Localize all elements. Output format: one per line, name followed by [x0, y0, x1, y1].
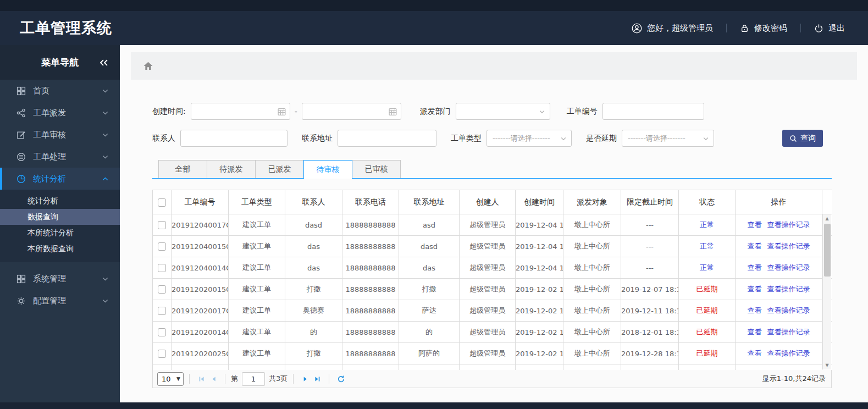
pager-divider: [329, 374, 329, 384]
table-row: 201912020014C建议工单的18888888888的超级管理员2019-…: [153, 322, 832, 343]
calendar-icon[interactable]: [388, 107, 397, 116]
search-button[interactable]: 查询: [782, 130, 823, 147]
view-link[interactable]: 查看: [748, 349, 762, 357]
sidebar-item-config[interactable]: 配置管理: [0, 290, 120, 312]
page-footer: [0, 402, 868, 409]
column-header-7: 派发对象: [563, 190, 621, 214]
first-page-button[interactable]: [195, 373, 207, 385]
view-log-link[interactable]: 查看操作记录: [767, 242, 810, 250]
select-all-checkbox[interactable]: [158, 198, 166, 207]
orders-table-wrap: 工单编号工单类型联系人联系电话联系地址创建人创建时间派发对象限定截止时间状态操作…: [152, 190, 832, 388]
top-header: 工单管理系统 您好，超级管理员 修改密码: [0, 0, 868, 45]
page-size-select[interactable]: 10 ▼: [157, 372, 184, 386]
cell-phone: 18888888888: [342, 343, 399, 364]
create-time-end-input[interactable]: [302, 103, 401, 120]
cell-contact: 打撒: [285, 279, 342, 300]
sidebar-item-review[interactable]: 工单审核: [0, 124, 120, 146]
cell-creator: 超级管理员: [460, 236, 516, 257]
scroll-up-icon[interactable]: ▲: [823, 214, 832, 223]
sidebar-item-stats[interactable]: 统计分析: [0, 168, 120, 190]
sidebar-item-system[interactable]: 系统管理: [0, 268, 120, 290]
logout-button[interactable]: 退出: [814, 23, 845, 34]
view-log-link[interactable]: 查看操作记录: [767, 263, 810, 272]
view-link[interactable]: 查看: [748, 328, 762, 336]
header-actions: 您好，超级管理员 修改密码 退出: [632, 23, 845, 34]
sidebar-item-process[interactable]: 工单处理: [0, 146, 120, 168]
tab-0[interactable]: 全部: [158, 160, 207, 178]
home-icon[interactable]: [143, 61, 153, 71]
next-page-button[interactable]: [299, 373, 311, 385]
user-greeting-label: 您好，超级管理员: [647, 23, 713, 34]
sidebar-subitem-office-stats[interactable]: 本所统计分析: [0, 225, 120, 241]
view-log-link[interactable]: 查看操作记录: [767, 349, 810, 357]
sidebar-item-home[interactable]: 首页: [0, 80, 120, 102]
contact-input[interactable]: [180, 130, 288, 147]
cell-contact: [285, 364, 342, 371]
row-checkbox[interactable]: [158, 285, 166, 294]
scrollbar-track[interactable]: [823, 223, 831, 361]
change-password-button[interactable]: 修改密码: [740, 23, 787, 34]
row-checkbox[interactable]: [158, 242, 166, 251]
view-link[interactable]: 查看: [748, 285, 762, 293]
view-link[interactable]: 查看: [748, 263, 762, 272]
row-checkbox[interactable]: [158, 221, 166, 229]
cell-order-type: 建议工单: [229, 279, 285, 300]
user-greeting[interactable]: 您好，超级管理员: [632, 23, 713, 34]
current-page-input[interactable]: [242, 372, 265, 386]
prev-page-button[interactable]: [207, 373, 219, 385]
order-type-select[interactable]: -------请选择-------: [486, 130, 572, 147]
user-icon: [632, 23, 642, 34]
chevron-down-icon: [102, 153, 109, 161]
view-link[interactable]: 查看: [748, 242, 762, 250]
cell-order-type: 建议工单: [229, 343, 285, 364]
sidebar-item-dispatch[interactable]: 工单派发: [0, 102, 120, 124]
cell-operations: 查看查看操作记录: [736, 214, 822, 236]
chevron-down-icon: [102, 297, 109, 305]
row-checkbox[interactable]: [158, 350, 166, 358]
table-scrollbar[interactable]: ▲ ▼: [822, 214, 831, 369]
delay-select[interactable]: -------请选择-------: [622, 130, 714, 147]
select-all-cell: [153, 190, 172, 214]
scroll-down-icon[interactable]: ▼: [823, 361, 832, 369]
cell-dispatch-target: 墩上中心所: [563, 343, 621, 364]
cell-created-time: 2019-12-02 17: [516, 343, 563, 364]
refresh-button[interactable]: [335, 373, 347, 385]
view-log-link[interactable]: 查看操作记录: [767, 220, 810, 229]
create-time-start-input[interactable]: [191, 103, 290, 120]
order-no-input[interactable]: [602, 103, 704, 120]
page-size-value: 10: [162, 375, 171, 383]
view-log-link[interactable]: 查看操作记录: [767, 306, 810, 314]
last-page-button[interactable]: [311, 373, 323, 385]
date-range-separator: -: [295, 107, 297, 116]
row-checkbox[interactable]: [158, 307, 166, 315]
collapse-sidebar-icon[interactable]: [99, 58, 109, 67]
tab-1[interactable]: 待派发: [207, 160, 256, 178]
cell-phone: 18888888888: [342, 214, 399, 236]
view-link[interactable]: 查看: [748, 306, 762, 314]
calendar-icon[interactable]: [277, 107, 286, 116]
scrollbar-spacer: [822, 190, 832, 214]
view-log-link[interactable]: 查看操作记录: [767, 285, 810, 293]
sidebar-subitem-office-data-query[interactable]: 本所数据查询: [0, 241, 120, 257]
view-log-link[interactable]: 查看操作记录: [767, 328, 810, 336]
dispatch-dept-select[interactable]: [456, 103, 550, 120]
cell-status: 已延期: [679, 300, 736, 322]
chevron-down-icon: ▼: [176, 376, 180, 382]
cell-deadline: ---: [621, 214, 679, 236]
sidebar-subitem-stats-analysis[interactable]: 统计分析: [0, 193, 120, 209]
cell-contact: 打撒: [285, 343, 342, 364]
scrollbar-thumb[interactable]: [824, 224, 831, 277]
address-input[interactable]: [338, 130, 436, 147]
header-divider: [800, 24, 801, 32]
view-link[interactable]: 查看: [748, 220, 762, 229]
table-row: 201912040017C建议工单dasd18888888888asd超级管理员…: [153, 214, 832, 236]
sidebar-subitem-data-query[interactable]: 数据查询: [0, 209, 120, 225]
cell-creator: [460, 364, 516, 371]
tab-4[interactable]: 已审核: [352, 160, 401, 178]
tab-2[interactable]: 已派发: [255, 160, 304, 178]
table-row: [153, 364, 832, 371]
cell-phone: 18888888888: [342, 279, 399, 300]
row-checkbox[interactable]: [158, 328, 166, 336]
row-checkbox[interactable]: [158, 264, 166, 272]
tab-3[interactable]: 待审核: [303, 160, 352, 179]
